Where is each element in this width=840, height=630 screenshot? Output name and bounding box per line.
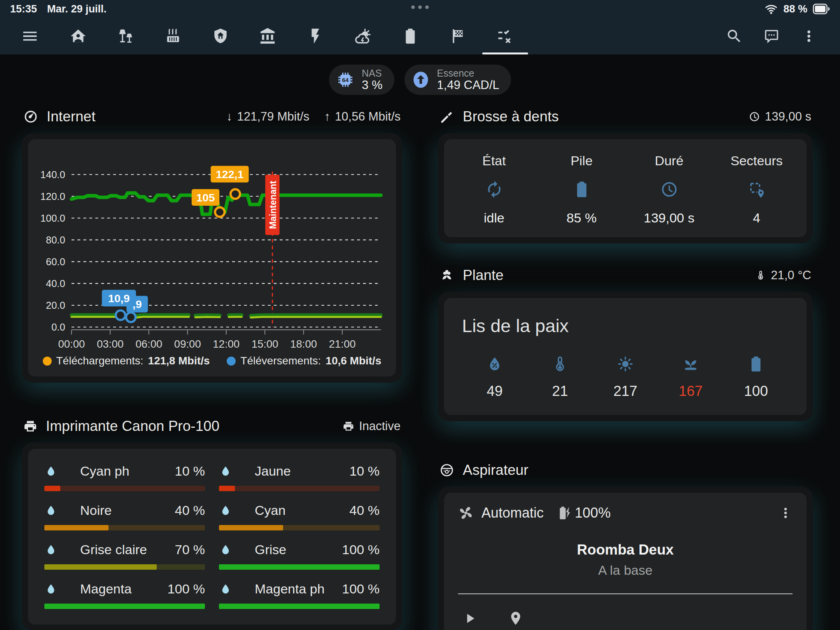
ink-drop-icon [44,504,58,517]
vacuum-mode: Automatic [481,505,544,521]
vacuum-locate-button[interactable] [505,607,527,629]
chart-legend: Téléchargements: 121,8 Mbit/s Téléversem… [33,355,390,367]
battery-tab-icon [401,27,419,45]
menu-button[interactable] [16,18,54,54]
nas-chip[interactable]: NAS 3 % [329,65,394,95]
svg-text:21:00: 21:00 [329,338,356,350]
legend-upload-dot [227,357,236,366]
ink-drop-icon [219,583,232,596]
ink-bar [219,525,380,530]
svg-text:20.0: 20.0 [46,300,65,311]
cpu-64-bit-icon [335,70,355,90]
ink-levels-panel: Cyan ph10 % Jaune10 % Noire40 % Cyan40 % [28,449,396,625]
internet-chart-panel[interactable]: 0.020.040.060.080.0100.0120.0140.000:000… [28,139,396,376]
overflow-menu-button[interactable] [795,18,823,54]
sync-icon [485,180,504,199]
thermometer-icon [755,270,766,281]
svg-text:122,1: 122,1 [216,168,244,180]
brightness-icon [616,355,634,373]
nav-tab-battery[interactable] [387,18,434,54]
svg-text:80.0: 80.0 [46,234,65,245]
ink-bar [219,564,380,570]
nas-chip-value: 3 % [362,79,382,91]
printer-card: Cyan ph10 % Jaune10 % Noire40 % Cyan40 % [22,443,402,630]
vacuum-status: A la base [457,563,793,578]
nav-tab-list-status[interactable] [481,18,529,54]
nav-tab-weather[interactable] [339,18,387,54]
home-assistant-dashboard: 15:35 Mar. 29 juill. 88 % [0,0,840,630]
svg-text:100.0: 100.0 [40,213,65,224]
ink-row: Noire40 % [44,503,205,530]
vacuum-section-header: Aspirateur [439,458,811,483]
ink-bar [44,604,205,609]
checkered-flag-icon [449,27,467,45]
svg-text:60.0: 60.0 [46,256,65,267]
nav-tab-flag[interactable] [434,18,481,54]
toothbrush-icon [439,109,454,124]
ink-drop-icon [219,543,232,556]
floor-lamp-icon [117,27,135,45]
ink-row: Jaune10 % [219,464,380,491]
divider [458,593,793,594]
plant-card: Lis de la paix 49 21 217 [438,292,813,421]
dots-vertical-icon [800,28,817,45]
svg-text:15:00: 15:00 [252,338,278,350]
status-bar: 15:35 Mar. 29 juill. 88 % [0,0,840,18]
nav-tab-heating[interactable] [149,18,197,54]
download-speed: 121,79 Mbit/s [237,110,310,124]
toothbrush-card: État idle Pile 85 % Duré 139,00 s [438,133,813,243]
plant-battery-cell[interactable]: 100 [723,355,789,399]
chips-row: NAS 3 % Essence 1,49 CAD/L [0,65,840,95]
essence-chip[interactable]: Essence 1,49 CAD/L [404,65,511,95]
lightning-icon [306,27,324,45]
toothbrush-sectors-cell[interactable]: Secteurs 4 [713,153,800,226]
chat-icon [763,28,780,45]
nas-chip-label: NAS [362,68,382,79]
nav-tab-energy[interactable] [292,18,339,54]
active-tab-underline [482,52,528,54]
ink-bar [44,525,205,530]
vacuum-menu-button[interactable] [778,505,793,521]
toothbrush-panel: État idle Pile 85 % Duré 139,00 s [444,139,807,237]
toothbrush-state-cell[interactable]: État idle [450,153,538,226]
ink-drop-icon [44,465,58,478]
toothbrush-duration-cell[interactable]: Duré 139,00 s [625,153,713,226]
radiator-icon [164,27,182,45]
nav-tab-lights[interactable] [102,18,149,54]
hamburger-icon [21,27,39,45]
upload-speed: 10,56 Mbit/s [335,110,401,124]
svg-text:06:00: 06:00 [135,338,162,350]
ink-row: Cyan ph10 % [44,464,205,491]
printer-status-icon [343,420,354,432]
map-marker-icon [508,611,523,626]
plant-temperature-cell[interactable]: 21 [527,355,593,399]
printer-section-header: Imprimante Canon Pro-100 Inactive [23,414,401,439]
plant-conductivity-cell[interactable]: 167 [658,355,723,399]
nav-tab-security[interactable] [197,18,244,54]
multitask-dots-icon [411,5,429,9]
status-date: Mar. 29 juill. [47,3,107,15]
plant-brightness-cell[interactable]: 217 [593,355,658,399]
nav-tab-bank[interactable] [244,18,292,54]
printer-status: Inactive [359,419,401,433]
battery-percent: 88 % [783,3,807,15]
vacuum-battery: 100% [575,505,611,521]
assist-button[interactable] [758,18,786,54]
search-button[interactable] [720,18,748,54]
svg-text:Maintenant: Maintenant [268,181,278,229]
svg-text:10,9: 10,9 [108,292,130,304]
robot-vacuum-icon [439,463,454,478]
vacuum-name: Roomba Deux [457,542,793,558]
plant-moisture-cell[interactable]: 49 [462,355,527,399]
home-icon [69,27,87,45]
legend-download-dot [43,357,52,366]
vacuum-start-button[interactable] [459,607,481,629]
ink-drop-icon [44,583,58,596]
essence-chip-value: 1,49 CAD/L [437,79,499,91]
sprout-icon [682,355,700,373]
nav-tab-home[interactable] [54,18,102,54]
plant-temperature: 21,0 °C [771,268,811,282]
toothbrush-battery-cell[interactable]: Pile 85 % [538,153,625,226]
dots-vertical-icon [778,505,793,521]
search-icon [726,28,743,45]
